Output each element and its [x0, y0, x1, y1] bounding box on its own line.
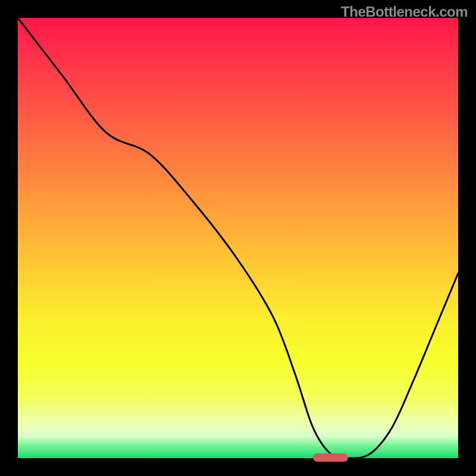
- chart-frame: TheBottleneck.com: [0, 0, 476, 476]
- optimal-marker: [313, 453, 348, 462]
- bottleneck-curve: [18, 18, 458, 458]
- plot-area: [18, 18, 458, 458]
